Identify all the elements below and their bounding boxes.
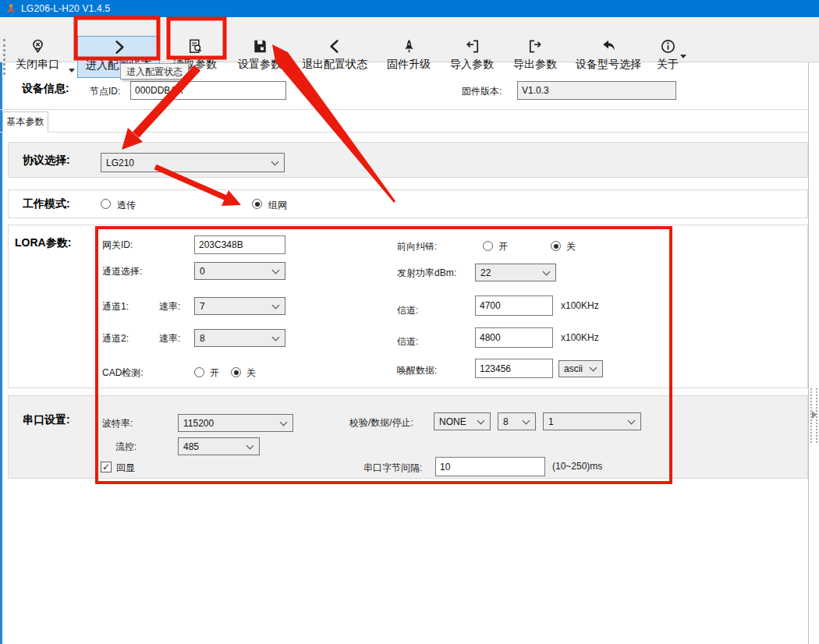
- close-port-dropdown-caret-icon[interactable]: [69, 69, 75, 73]
- node-id-input[interactable]: [130, 81, 286, 100]
- protocol-select[interactable]: LG210: [101, 153, 285, 172]
- divider: [0, 109, 819, 110]
- freq1-label: 信道:: [397, 304, 418, 317]
- fec-on-label[interactable]: 开: [498, 240, 508, 253]
- gateway-id-label: 网关ID:: [102, 239, 133, 252]
- lora-panel: LORA参数: 网关ID: 通道选择: 0 通道1: 速率: 7 通道2: 速率…: [8, 225, 808, 388]
- channel1-rate-combo[interactable]: 7: [194, 297, 285, 315]
- toolbar-button-label: 设备型号选择: [576, 56, 641, 72]
- work-mode-radio-transparent[interactable]: [101, 199, 111, 209]
- toolbar-button-device-model-select[interactable]: 设备型号选择: [568, 36, 649, 78]
- channel2-rate-value: 8: [200, 333, 205, 344]
- toolbar-button-firmware-upgrade[interactable]: 固件升级: [378, 36, 439, 78]
- parity-value: NONE: [439, 416, 466, 427]
- protocol-select-value: LG210: [106, 157, 134, 168]
- chevron-left-icon: [326, 36, 344, 56]
- wake-encoding-combo[interactable]: ascii: [558, 360, 603, 377]
- flow-control-combo[interactable]: 485: [178, 437, 260, 455]
- check-icon: ✓: [102, 462, 110, 472]
- cad-on-label[interactable]: 开: [210, 366, 219, 380]
- toolbar-button-close-port[interactable]: 关闭串口: [6, 36, 69, 78]
- baud-rate-label: 波特率:: [102, 417, 133, 430]
- fec-radio-on[interactable]: [483, 241, 493, 251]
- wake-data-input[interactable]: [475, 359, 553, 378]
- pin-close-icon: [29, 36, 47, 56]
- freq1-unit: x100KHz: [561, 300, 599, 311]
- app-window: LG206-L-H20 V1.4.5 关闭串口 进入配置状态: [0, 0, 819, 644]
- byte-interval-hint: (10~250)ms: [552, 461, 602, 472]
- channel2-rate-combo[interactable]: 8: [194, 329, 285, 347]
- toolbar-overflow-caret-icon[interactable]: [680, 55, 686, 58]
- cad-radio-off[interactable]: [231, 367, 241, 377]
- toolbar-button-label: 导出参数: [513, 56, 557, 72]
- baud-rate-combo[interactable]: 115200: [178, 414, 293, 432]
- toolbar-grip[interactable]: [3, 39, 5, 75]
- toolbar-button-import-params[interactable]: 导入参数: [441, 36, 502, 78]
- wake-encoding-value: ascii: [564, 363, 583, 374]
- doc-search-icon: [186, 36, 204, 56]
- work-mode-option-label[interactable]: 透传: [117, 199, 136, 212]
- work-mode-radio-network[interactable]: [252, 199, 262, 209]
- data-bits-combo[interactable]: 8: [498, 412, 536, 430]
- toolbar-button-label: 固件升级: [387, 56, 431, 72]
- toolbar-button-label: 关于: [657, 56, 679, 72]
- protocol-panel: 协议选择: LG210: [8, 142, 808, 178]
- channel2-label: 通道2:: [102, 332, 129, 345]
- fec-radio-off[interactable]: [551, 241, 561, 251]
- channel1-rate-value: 7: [200, 301, 205, 312]
- parity-combo[interactable]: NONE: [434, 412, 491, 430]
- rocket-icon: [400, 36, 418, 56]
- toolbar-button-set-params[interactable]: 设置参数: [229, 36, 291, 78]
- info-icon: [659, 36, 677, 56]
- cad-detect-label: CAD检测:: [102, 366, 144, 380]
- tab-basic-params[interactable]: 基本参数: [2, 111, 48, 133]
- parity-data-stop-label: 校验/数据/停止:: [349, 416, 413, 430]
- protocol-label: 协议选择:: [23, 154, 70, 168]
- toolbar-button-export-params[interactable]: 导出参数: [505, 36, 566, 78]
- work-mode-label: 工作模式:: [23, 197, 70, 211]
- toolbar-button-label: 关闭串口: [16, 56, 59, 72]
- channel1-label: 通道1:: [102, 300, 129, 313]
- toolbar-button-label: 设置参数: [238, 56, 282, 72]
- work-mode-panel: 工作模式: 透传 组网: [8, 189, 808, 218]
- gateway-id-input[interactable]: [194, 235, 285, 254]
- freq2-input[interactable]: [475, 327, 553, 348]
- lora-section-label: LORA参数:: [15, 236, 71, 250]
- byte-interval-input[interactable]: [435, 457, 545, 476]
- cad-off-label[interactable]: 关: [246, 366, 256, 380]
- import-icon: [463, 36, 481, 56]
- channel-select-label: 通道选择:: [102, 265, 142, 278]
- floppy-icon: [251, 36, 269, 56]
- flow-control-value: 485: [183, 441, 199, 452]
- wake-data-label: 唤醒数据:: [397, 364, 437, 377]
- freq2-label: 信道:: [397, 335, 418, 349]
- toolbar: 关闭串口 进入配置状态 读取参数: [0, 17, 819, 62]
- fec-label: 前向纠错:: [397, 240, 437, 253]
- splitter-grip[interactable]: [810, 388, 817, 443]
- freq1-input[interactable]: [475, 295, 553, 316]
- freq2-unit: x100KHz: [561, 332, 599, 343]
- stop-bits-value: 1: [548, 416, 554, 427]
- fec-off-label[interactable]: 关: [566, 240, 576, 253]
- enter-config-tooltip: 进入配置状态: [120, 63, 189, 80]
- chevron-right-icon: [110, 37, 128, 57]
- echo-checkbox[interactable]: ✓: [101, 462, 112, 472]
- data-bits-value: 8: [503, 416, 509, 427]
- cad-radio-on[interactable]: [194, 367, 204, 377]
- firmware-version-label: 固件版本:: [462, 85, 502, 98]
- echo-label[interactable]: 回显: [116, 462, 135, 475]
- channel2-rate-label: 速率:: [159, 332, 180, 345]
- work-mode-option-label[interactable]: 组网: [268, 199, 287, 212]
- channel-select-value: 0: [200, 266, 205, 277]
- toolbar-button-label: 导入参数: [450, 56, 494, 72]
- channel-select-combo[interactable]: 0: [194, 262, 285, 280]
- toolbar-button-exit-config[interactable]: 退出配置状态: [293, 36, 376, 78]
- serial-panel: 串口设置: 波特率: 115200 流控: 485 ✓ 回显 校验/数据/停止:…: [8, 395, 808, 479]
- toolbar-button-label: 退出配置状态: [302, 56, 367, 72]
- tx-power-combo[interactable]: 22: [475, 264, 556, 281]
- stop-bits-combo[interactable]: 1: [543, 412, 641, 430]
- device-info-label: 设备信息:: [22, 82, 69, 96]
- undo-icon: [600, 36, 618, 56]
- tx-power-label: 发射功率dBm:: [397, 267, 456, 280]
- app-logo-icon: [5, 3, 16, 14]
